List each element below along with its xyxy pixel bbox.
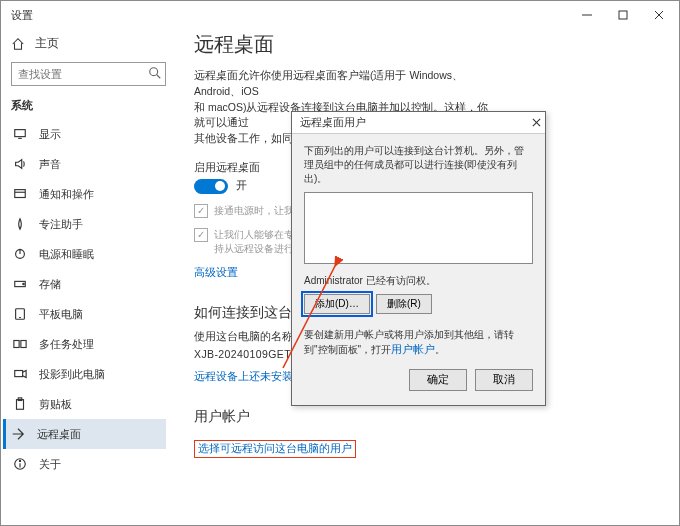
window-title: 设置 <box>11 8 33 23</box>
sidebar-item-label: 专注助手 <box>39 217 83 232</box>
svg-rect-17 <box>21 341 26 348</box>
accounts-header: 用户帐户 <box>194 408 659 426</box>
home-label: 主页 <box>35 35 59 52</box>
sidebar-item-label: 远程桌面 <box>37 427 81 442</box>
admin-note: Administrator 已经有访问权。 <box>304 274 533 288</box>
storage-icon <box>13 277 27 291</box>
network-checkbox[interactable]: ✓ <box>194 228 208 242</box>
remote-icon <box>11 427 25 441</box>
sidebar-item-label: 显示 <box>39 127 61 142</box>
sidebar-item-remote-desktop[interactable]: 远程桌面 <box>3 419 166 449</box>
user-accounts-link[interactable]: 用户帐户 <box>391 343 435 355</box>
sidebar-item-label: 剪贴板 <box>39 397 72 412</box>
remote-users-dialog: 远程桌面用户 下面列出的用户可以连接到这台计算机。另外，管理员组中的任何成员都可… <box>291 111 546 406</box>
select-users-link[interactable]: 选择可远程访问这台电脑的用户 <box>198 442 352 454</box>
display-icon <box>13 127 27 141</box>
sidebar-item-label: 电源和睡眠 <box>39 247 94 262</box>
sound-icon <box>13 157 27 171</box>
users-listbox[interactable] <box>304 192 533 264</box>
home-icon <box>11 37 25 51</box>
project-icon <box>13 367 27 381</box>
sidebar-item-storage[interactable]: 存储 <box>11 269 166 299</box>
home-button[interactable]: 主页 <box>11 29 166 62</box>
sidebar-item-notifications[interactable]: 通知和操作 <box>11 179 166 209</box>
add-button[interactable]: 添加(D)… <box>304 294 370 314</box>
toggle-state: 开 <box>236 179 247 193</box>
notification-icon <box>13 187 27 201</box>
titlebar: 设置 <box>1 1 679 29</box>
sidebar-item-label: 多任务处理 <box>39 337 94 352</box>
multitask-icon <box>13 337 27 351</box>
search-icon <box>148 66 162 82</box>
about-icon <box>13 457 27 471</box>
sidebar-item-tablet[interactable]: 平板电脑 <box>11 299 166 329</box>
page-title: 远程桌面 <box>194 31 659 58</box>
sidebar-item-clipboard[interactable]: 剪贴板 <box>11 389 166 419</box>
sidebar-item-label: 存储 <box>39 277 61 292</box>
sidebar-item-focus[interactable]: 专注助手 <box>11 209 166 239</box>
highlight-box: 选择可远程访问这台电脑的用户 <box>194 440 356 458</box>
sidebar-item-label: 投影到此电脑 <box>39 367 105 382</box>
search-wrap <box>11 62 166 86</box>
svg-rect-19 <box>17 400 24 410</box>
create-note: 要创建新用户帐户或将用户添加到其他组，请转到"控制面板"，打开用户帐户。 <box>304 328 533 357</box>
cancel-button[interactable]: 取消 <box>475 369 533 391</box>
dialog-description: 下面列出的用户可以连接到这台计算机。另外，管理员组中的任何成员都可以进行连接(即… <box>304 144 533 186</box>
clipboard-icon <box>13 397 27 411</box>
focus-icon <box>13 217 27 231</box>
dialog-title: 远程桌面用户 <box>300 116 366 130</box>
svg-point-13 <box>23 283 24 284</box>
svg-point-4 <box>150 68 158 76</box>
sidebar-item-display[interactable]: 显示 <box>11 119 166 149</box>
svg-rect-6 <box>15 130 26 137</box>
remove-button[interactable]: 删除(R) <box>376 294 432 314</box>
ok-button[interactable]: 确定 <box>409 369 467 391</box>
enable-toggle[interactable] <box>194 179 228 194</box>
svg-rect-16 <box>14 341 19 348</box>
tablet-icon <box>13 307 27 321</box>
keep-awake-checkbox[interactable]: ✓ <box>194 204 208 218</box>
svg-rect-8 <box>15 190 26 198</box>
dialog-titlebar: 远程桌面用户 <box>292 112 545 134</box>
dialog-close-button[interactable] <box>532 117 541 129</box>
maximize-button[interactable] <box>605 2 641 28</box>
sidebar-item-project[interactable]: 投影到此电脑 <box>11 359 166 389</box>
sidebar-item-power[interactable]: 电源和睡眠 <box>11 239 166 269</box>
sidebar-item-label: 声音 <box>39 157 61 172</box>
svg-point-23 <box>19 460 20 461</box>
sidebar-item-multitask[interactable]: 多任务处理 <box>11 329 166 359</box>
minimize-button[interactable] <box>569 2 605 28</box>
sidebar-section: 系统 <box>11 98 166 113</box>
svg-line-5 <box>157 75 161 79</box>
sidebar-item-sound[interactable]: 声音 <box>11 149 166 179</box>
svg-rect-18 <box>15 371 23 377</box>
sidebar-item-label: 通知和操作 <box>39 187 94 202</box>
close-button[interactable] <box>641 2 677 28</box>
sidebar-item-label: 关于 <box>39 457 61 472</box>
svg-rect-1 <box>619 11 627 19</box>
power-icon <box>13 247 27 261</box>
search-input[interactable] <box>11 62 166 86</box>
sidebar-item-label: 平板电脑 <box>39 307 83 322</box>
sidebar-item-about[interactable]: 关于 <box>11 449 166 479</box>
sidebar: 主页 系统 显示 声音 通知和操作 专注助手 电源和睡眠 <box>1 29 176 525</box>
